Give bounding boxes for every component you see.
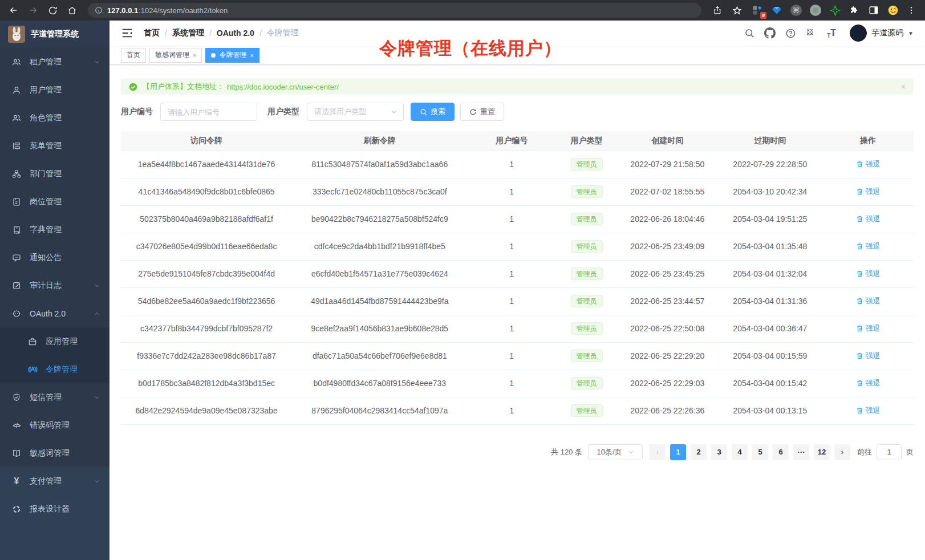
github-icon[interactable] (764, 27, 776, 39)
table-row: 1ea5e44f8bc1467aaede43144f31de76811c5304… (121, 151, 914, 178)
tab-1[interactable]: 敏感词管理× (149, 48, 202, 63)
reload-icon[interactable] (44, 2, 60, 18)
force-logout-button[interactable]: 强退 (856, 214, 881, 224)
page-button-6[interactable]: 6 (773, 444, 789, 460)
active-tab-dot (211, 53, 216, 58)
sidebar-item-13[interactable]: </>错误码管理 (0, 411, 109, 439)
sidebar-item-10[interactable]: 应用管理 (0, 327, 109, 355)
page-button-1[interactable]: 1 (670, 444, 686, 460)
breadcrumb-item-2[interactable]: OAuth 2.0 (217, 29, 254, 38)
force-logout-button[interactable]: 强退 (856, 159, 881, 169)
sidebar-item-1[interactable]: 用户管理 (0, 76, 109, 104)
browser-menu-icon[interactable] (903, 2, 919, 18)
record-extension-icon[interactable] (809, 3, 822, 17)
sidebar-item-4[interactable]: 部门管理 (0, 160, 109, 188)
force-logout-button[interactable]: 强退 (856, 323, 881, 334)
pager: ‹123456···12› (650, 444, 850, 460)
command-extension-icon[interactable]: ⌘ (789, 3, 803, 17)
share-icon[interactable] (709, 2, 725, 18)
trash-icon (856, 242, 863, 250)
column-header: 刷新令牌 (292, 131, 467, 151)
sidebar-item-6[interactable]: 字典管理 (0, 216, 109, 244)
font-size-icon[interactable]: TT (826, 27, 837, 39)
extensions-cluster: 9 ⌘ (750, 3, 900, 17)
bookmark-star-icon[interactable] (729, 2, 745, 18)
sidebar-item-16[interactable]: 报表设计器 (0, 495, 109, 523)
trash-icon (856, 270, 863, 277)
doc-link[interactable]: https://doc.iocoder.cn/user-center/ (227, 83, 339, 91)
fullscreen-icon[interactable] (805, 27, 817, 39)
sidepanel-extension-icon[interactable] (867, 3, 881, 17)
search-button[interactable]: 搜索 (411, 103, 455, 121)
page-button-4[interactable]: 4 (732, 444, 748, 460)
home-icon[interactable] (64, 2, 80, 18)
sidebar-item-12[interactable]: 短信管理 (0, 383, 109, 411)
tab-2[interactable]: 令牌管理× (205, 48, 259, 63)
sidebar-item-9[interactable]: OAuth 2.0 (0, 299, 109, 327)
tab-close-icon[interactable]: × (250, 52, 253, 59)
filter-form: 用户编号 用户类型 请选择用户类型 搜索 重置 (121, 103, 914, 121)
page-button-5[interactable]: 5 (752, 444, 768, 460)
back-icon[interactable] (6, 2, 22, 18)
sidebar-item-5[interactable]: 岗位管理 (0, 188, 109, 216)
user-type-select[interactable]: 请选择用户类型 (307, 103, 404, 121)
tab-close-icon[interactable]: × (193, 52, 196, 59)
force-logout-button[interactable]: 强退 (856, 351, 881, 361)
next-page-button[interactable]: › (834, 444, 850, 460)
gem-extension-icon[interactable] (770, 3, 784, 17)
page-button-2[interactable]: 2 (691, 444, 707, 460)
force-logout-button[interactable]: 强退 (856, 241, 881, 251)
page-button-12[interactable]: 12 (814, 444, 830, 460)
breadcrumb-item-1[interactable]: 系统管理 (172, 28, 204, 38)
goto-page-input[interactable] (877, 444, 902, 460)
sidebar-item-14[interactable]: 敏感词管理 (0, 439, 109, 467)
reset-button[interactable]: 重置 (460, 103, 504, 121)
force-logout-button[interactable]: 强退 (856, 269, 881, 279)
created-time-cell: 2022-06-25 22:50:08 (617, 315, 718, 342)
alert-close-icon[interactable]: × (901, 82, 906, 91)
force-logout-button[interactable]: 强退 (856, 378, 881, 388)
breadcrumb-item-0[interactable]: 首页 (144, 28, 160, 38)
force-logout-button[interactable]: 强退 (856, 296, 881, 306)
user-id-input[interactable] (160, 103, 257, 121)
force-logout-button[interactable]: 强退 (856, 186, 881, 197)
action-cell: 强退 (822, 233, 914, 260)
total-count: 共 120 条 (551, 447, 582, 457)
user-type-tag: 管理员 (571, 322, 603, 335)
sidebar-item-15[interactable]: ¥支付管理 (0, 467, 109, 495)
breadcrumb-separator: / (165, 29, 167, 38)
help-icon[interactable] (785, 27, 796, 39)
extension-badge: 9 (760, 12, 766, 19)
sidebar-item-8[interactable]: 审计日志 (0, 271, 109, 299)
user-type-tag: 管理员 (571, 185, 603, 198)
sidebar-item-0[interactable]: 租户管理 (0, 48, 109, 76)
more-pages-button[interactable]: ··· (793, 444, 809, 460)
badge-icon (11, 197, 22, 207)
breadcrumb-separator: / (209, 29, 212, 38)
green-star-extension-icon[interactable] (828, 3, 842, 17)
site-info-icon[interactable] (95, 6, 103, 14)
access-token-cell: 502375b8040a469a9b82188afdf6af1f (121, 205, 292, 233)
emoji-extension-icon[interactable] (886, 3, 900, 17)
force-logout-button[interactable]: 强退 (856, 405, 881, 416)
sidebar-item-7[interactable]: 通知公告 (0, 244, 109, 271)
tab-0[interactable]: 首页 (121, 48, 146, 63)
puzzle-extension-icon[interactable] (847, 3, 861, 17)
forward-icon[interactable] (25, 2, 41, 18)
refresh-token-cell: 9ce8ef2aa9f14056b831ae9b608e28d5 (292, 315, 467, 342)
app-logo[interactable]: 芋道管理系统 (0, 21, 109, 48)
app-briefcase-icon (27, 336, 38, 347)
page-button-3[interactable]: 3 (711, 444, 727, 460)
users-icon (11, 57, 22, 67)
sidebar-item-11[interactable]: ((A))令牌管理 (0, 355, 109, 383)
blocks-extension-icon[interactable]: 9 (750, 3, 764, 17)
page-size-select[interactable]: 10条/页 (588, 444, 643, 460)
collapse-sidebar-icon[interactable] (121, 27, 133, 39)
user-menu[interactable]: 芋道源码 ▼ (850, 25, 914, 42)
refresh-token-cell: 49d1aa46d1454fbd87591444423be9fa (292, 287, 467, 315)
sidebar-item-3[interactable]: 菜单管理 (0, 132, 109, 160)
annotation-text: 令牌管理（在线用户） (379, 36, 562, 60)
address-bar[interactable]: 127.0.0.1:1024/system/oauth2/token (88, 3, 701, 18)
search-icon[interactable] (744, 27, 755, 39)
sidebar-item-2[interactable]: 角色管理 (0, 104, 109, 132)
